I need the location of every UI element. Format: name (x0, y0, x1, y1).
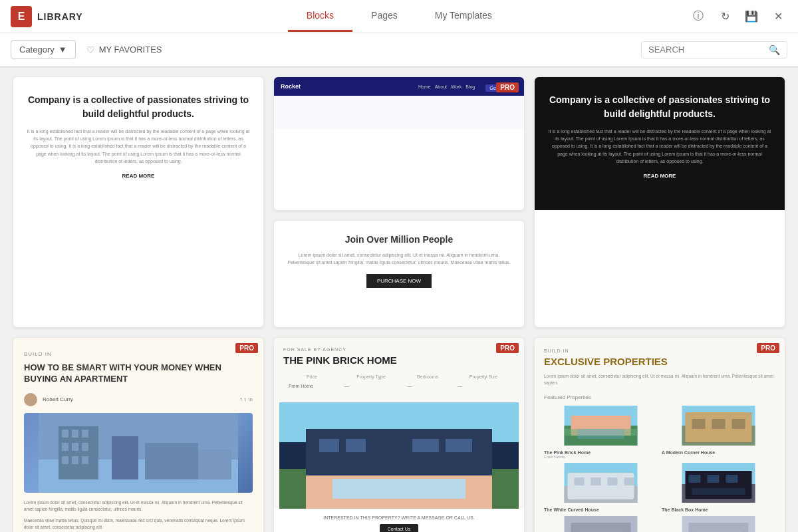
heart-icon: ♡ (86, 45, 95, 55)
chevron-down-icon: ▼ (59, 45, 67, 55)
money-article-text1: Lorem ipsum dolor sit amet, consectetur … (24, 499, 253, 513)
category-dropdown[interactable]: Category ▼ (11, 40, 76, 59)
nav-link-home: Home (418, 84, 431, 89)
svg-rect-47 (568, 473, 634, 499)
svg-rect-6 (62, 443, 68, 451)
svg-rect-21 (446, 439, 472, 452)
tab-my-templates[interactable]: My Templates (416, 1, 511, 32)
close-icon[interactable]: ✕ (769, 7, 787, 26)
nav-link-work: Work (451, 84, 462, 89)
property-2[interactable]: A Modern Corner House (662, 406, 775, 459)
pro-badge: PRO (496, 82, 519, 92)
svg-rect-10 (72, 456, 78, 464)
exclusive-title: EXCLUSIVE PROPERTIES (544, 356, 775, 368)
newsletter-card[interactable]: PRO Rocket Home About Work Blog Get Star… (274, 77, 524, 210)
property-5[interactable] (544, 516, 658, 533)
category-label: Category (19, 45, 55, 55)
svg-rect-7 (72, 443, 78, 451)
svg-rect-11 (82, 456, 88, 464)
svg-rect-25 (492, 469, 519, 509)
prop2-name: A Modern Corner House (662, 450, 775, 455)
tabs: Blocks Pages My Templates (110, 1, 689, 32)
exclusive-body: Lorem ipsum dolor sit amet, consectetur … (544, 373, 775, 386)
logo-icon: E (11, 6, 32, 27)
info-icon[interactable]: ⓘ (689, 7, 708, 26)
join-million-cta[interactable]: PURCHASE NOW (366, 274, 432, 288)
logo-text: LIBRARY (37, 11, 83, 22)
featured-label: Featured Properties (544, 394, 775, 400)
pink-prop-tag: For Sale by Agency (283, 347, 515, 352)
twitter-icon: t (245, 396, 246, 402)
pro-badge-money: PRO (235, 343, 258, 353)
white-blog-cta: READ MORE (27, 173, 250, 179)
prop1-sub: From Home (544, 455, 658, 459)
tab-pages[interactable]: Pages (352, 1, 416, 32)
money-article-image (24, 413, 253, 493)
svg-rect-4 (72, 430, 78, 438)
middle-column: PRO Rocket Home About Work Blog Get Star… (274, 77, 524, 327)
val-type: — (340, 382, 402, 390)
money-article-card[interactable]: PRO Build in HOW TO BE SMART WITH YOUR M… (13, 338, 263, 532)
val-size: — (454, 382, 513, 390)
svg-rect-14 (198, 450, 231, 479)
author-avatar (24, 393, 37, 406)
svg-rect-18 (319, 439, 339, 452)
tab-blocks[interactable]: Blocks (288, 1, 352, 32)
white-blog-title: Company is a collective of passionates s… (27, 93, 250, 121)
search-icon: 🔍 (769, 45, 780, 55)
svg-rect-62 (578, 529, 624, 533)
svg-rect-12 (112, 436, 138, 479)
black-blog-body: It is a long established fact that a rea… (548, 128, 771, 165)
favorites-button[interactable]: ♡ MY FAVORITES (86, 45, 162, 55)
col-price: Price (285, 373, 339, 380)
join-million-body: Lorem ipsum dolor sit amet, consectetur … (285, 251, 513, 266)
pink-prop-title: THE PINK BRICK HOME (283, 354, 515, 366)
svg-rect-42 (692, 419, 706, 429)
nav-link-blog: Blog (466, 84, 475, 89)
pink-contact-text: INTERESTED IN THIS PROPERTY? WRITE A MES… (283, 515, 515, 520)
svg-rect-66 (696, 529, 742, 533)
svg-rect-13 (145, 443, 198, 479)
facebook-icon: f (240, 396, 241, 402)
svg-rect-20 (412, 439, 439, 452)
black-blog-cta: READ MORE (548, 173, 771, 179)
favorites-label: MY FAVORITES (99, 45, 162, 55)
exclusive-card[interactable]: PRO Build in EXCLUSIVE PROPERTIES Lorem … (535, 338, 785, 532)
black-blog-card[interactable]: Company is a collective of passionates s… (535, 77, 785, 327)
property-6[interactable] (662, 516, 775, 533)
property-3[interactable]: The White Curved House (544, 463, 658, 512)
join-million-card[interactable]: Join Over Million People Lorem ipsum dol… (274, 221, 524, 327)
svg-rect-3 (62, 430, 68, 438)
property-1[interactable]: The Pink Brick Home From Home (544, 406, 658, 459)
svg-rect-56 (708, 475, 720, 483)
pink-contact-btn[interactable]: Contact Us (380, 524, 419, 532)
svg-rect-9 (62, 456, 68, 464)
cards-grid: Company is a collective of passionates s… (13, 77, 785, 532)
money-author-row: Robert Curry f t in (24, 393, 253, 406)
refresh-icon[interactable]: ↻ (716, 7, 734, 26)
pink-brick-card[interactable]: PRO For Sale by Agency THE PINK BRICK HO… (274, 338, 524, 532)
toolbar: Category ▼ ♡ MY FAVORITES 🔍 (0, 33, 798, 66)
properties-grid: The Pink Brick Home From Home (544, 406, 775, 533)
svg-rect-23 (332, 479, 466, 499)
save-icon[interactable]: 💾 (742, 7, 761, 26)
prop1-name: The Pink Brick Home (544, 450, 658, 455)
pink-property-image (274, 402, 524, 509)
svg-rect-51 (624, 477, 634, 485)
content-area: Company is a collective of passionates s… (0, 66, 798, 532)
linkedin-icon: in (249, 396, 253, 402)
white-blog-card[interactable]: Company is a collective of passionates s… (13, 77, 263, 327)
search-input[interactable] (648, 45, 769, 55)
col-beds: Bedrooms (403, 373, 452, 380)
svg-rect-48 (575, 477, 585, 485)
exclusive-tag: Build in (544, 348, 775, 353)
col-type: Property Type (340, 373, 402, 380)
header: E LIBRARY Blocks Pages My Templates ⓘ ↻ … (0, 0, 798, 33)
col-size: Property Size (454, 373, 513, 380)
pro-badge-exclusive: PRO (757, 343, 779, 353)
svg-rect-5 (82, 430, 88, 438)
svg-rect-49 (591, 477, 601, 485)
svg-rect-43 (712, 419, 726, 429)
property-4[interactable]: The Black Box Home (662, 463, 775, 512)
logo-area: E LIBRARY (11, 6, 83, 27)
